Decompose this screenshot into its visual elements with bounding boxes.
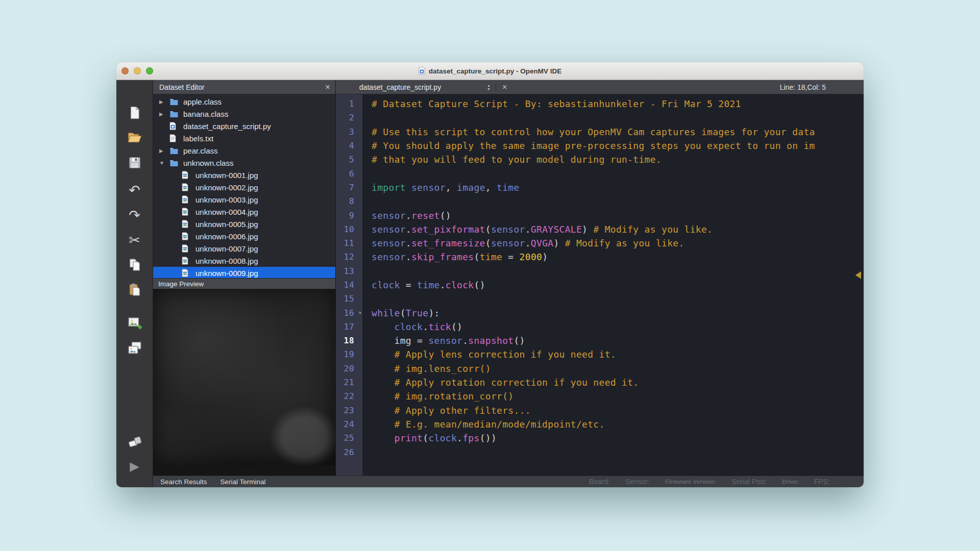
expand-arrow-icon[interactable]: ▶ bbox=[157, 111, 169, 117]
line-number: 3 bbox=[336, 127, 362, 137]
tree-item-label: unknown-0006.jpg bbox=[195, 232, 258, 241]
expand-arrow-icon[interactable]: ▶ bbox=[157, 99, 169, 105]
image-file-icon bbox=[182, 244, 192, 253]
redo-icon[interactable]: ↷ bbox=[124, 205, 146, 225]
line-number: 15 bbox=[336, 294, 362, 304]
line-number: 24 bbox=[336, 419, 362, 429]
code-text: # Dataset Capture Script - By: sebastian… bbox=[362, 98, 741, 109]
openmv-ide-window: dataset_capture_script.py - OpenMV IDE ↶… bbox=[116, 62, 864, 487]
line-number: 4 bbox=[336, 141, 362, 151]
undo-icon[interactable]: ↶ bbox=[124, 180, 146, 200]
python-file-icon bbox=[419, 67, 425, 75]
scroll-position-marker-icon bbox=[855, 271, 861, 279]
image-file-icon bbox=[182, 183, 192, 191]
code-text: # Use this script to control how your Op… bbox=[362, 127, 815, 137]
line-number: 1 bbox=[336, 99, 362, 109]
expand-arrow-icon[interactable]: ▶ bbox=[157, 148, 169, 154]
code-line-21: 21 # Apply rotation correction if you ne… bbox=[336, 375, 864, 389]
new-file-icon[interactable] bbox=[124, 103, 146, 123]
line-number: 25 bbox=[336, 433, 362, 443]
code-text: sensor.skip_frames(time = 2000) bbox=[362, 252, 548, 262]
clean-icon[interactable] bbox=[124, 431, 146, 452]
tree-item-unknown-0006-jpg[interactable]: unknown-0006.jpg bbox=[153, 230, 335, 242]
code-area[interactable]: 1# Dataset Capture Script - By: sebastia… bbox=[336, 94, 864, 475]
cut-icon[interactable]: ✂ bbox=[124, 230, 146, 250]
status-tab-serial-terminal[interactable]: Serial Terminal bbox=[220, 478, 266, 486]
image-file-icon bbox=[182, 220, 192, 228]
tree-item-unknown-class[interactable]: ▼unknown.class bbox=[153, 157, 335, 169]
line-number: 6 bbox=[336, 169, 362, 179]
code-line-2: 2 bbox=[336, 111, 864, 124]
traffic-lights bbox=[121, 62, 153, 80]
paste-icon[interactable] bbox=[124, 280, 146, 300]
image-preview bbox=[153, 289, 335, 465]
image-file-icon bbox=[182, 208, 192, 216]
expand-arrow-icon[interactable]: ▼ bbox=[157, 160, 169, 166]
tree-item-label: unknown-0008.jpg bbox=[195, 257, 258, 265]
image-preview-title: Image Preview bbox=[158, 280, 204, 288]
code-text: # that you will feed to your model durin… bbox=[362, 154, 662, 165]
fold-marker-icon[interactable]: ▾ bbox=[359, 310, 361, 315]
image-preview-area bbox=[153, 289, 335, 475]
status-field-board: Board: bbox=[589, 478, 610, 486]
code-line-25: 25 print(clock.fps()) bbox=[336, 431, 864, 445]
window-title: dataset_capture_script.py - OpenMV IDE bbox=[429, 67, 561, 75]
code-text: # Apply lens correction if you need it. bbox=[362, 349, 616, 360]
tree-item-pear-class[interactable]: ▶pear.class bbox=[153, 144, 335, 157]
dataset-editor-panel: Dataset Editor × ▶apple.class▶banana.cla… bbox=[153, 80, 336, 475]
tree-item-unknown-0004-jpg[interactable]: unknown-0004.jpg bbox=[153, 206, 335, 218]
folder-file-icon bbox=[169, 147, 180, 155]
close-tab-icon[interactable]: × bbox=[496, 83, 513, 91]
line-number: 2 bbox=[336, 113, 362, 122]
text-file-icon bbox=[169, 134, 180, 142]
status-bar: Search ResultsSerial Terminal Board:Sens… bbox=[153, 475, 864, 487]
line-number: 5 bbox=[336, 155, 362, 164]
open-folder-icon[interactable] bbox=[124, 128, 146, 148]
code-text: # img.rotation_corr() bbox=[362, 391, 513, 402]
tree-item-labels-txt[interactable]: labels.txt bbox=[153, 132, 335, 144]
minimize-window-button[interactable] bbox=[134, 67, 141, 74]
tree-item-label: unknown-0004.jpg bbox=[195, 208, 258, 216]
save-icon[interactable] bbox=[124, 153, 146, 173]
tree-item-apple-class[interactable]: ▶apple.class bbox=[153, 95, 335, 108]
run-icon[interactable]: ▶ bbox=[124, 456, 146, 477]
line-number: 7 bbox=[336, 183, 362, 192]
code-line-8: 8 bbox=[336, 194, 864, 208]
code-text: sensor.set_framesize(sensor.QVGA) # Modi… bbox=[362, 238, 684, 248]
tree-item-unknown-0005-jpg[interactable]: unknown-0005.jpg bbox=[153, 218, 335, 230]
tree-item-unknown-0003-jpg[interactable]: unknown-0003.jpg bbox=[153, 193, 335, 206]
close-icon[interactable]: × bbox=[325, 83, 330, 91]
code-text: while(True): bbox=[362, 308, 440, 318]
tab-selector-icon[interactable]: ▲▼ bbox=[482, 84, 496, 91]
image-set-icon[interactable] bbox=[124, 338, 146, 358]
code-line-4: 4# You should apply the same image pre-p… bbox=[336, 139, 864, 153]
tree-item-unknown-0002-jpg[interactable]: unknown-0002.jpg bbox=[153, 181, 335, 193]
tree-item-label: labels.txt bbox=[183, 134, 213, 143]
line-number: 17 bbox=[336, 322, 362, 332]
status-tab-search-results[interactable]: Search Results bbox=[160, 478, 207, 486]
tab-dataset-capture-script[interactable]: dataset_capture_script.py bbox=[336, 80, 463, 94]
close-window-button[interactable] bbox=[121, 67, 129, 74]
code-text: clock = time.clock() bbox=[362, 280, 485, 290]
line-col-indicator: Line: 18,Col: 5 bbox=[780, 83, 826, 91]
tree-item-banana-class[interactable]: ▶banana.class bbox=[153, 108, 335, 120]
toolbar: ↶↷✂▶ bbox=[116, 80, 153, 487]
status-field-firmware-version: Firmware Version: bbox=[665, 479, 716, 485]
add-image-icon[interactable] bbox=[124, 313, 146, 333]
code-line-20: 20 # img.lens_corr() bbox=[336, 362, 864, 375]
copy-icon[interactable] bbox=[124, 255, 146, 275]
tree-item-label: dataset_capture_script.py bbox=[183, 122, 271, 131]
line-number: 12 bbox=[336, 252, 362, 262]
tree-item-dataset_capture_script-py[interactable]: dataset_capture_script.py bbox=[153, 120, 335, 132]
tree-item-label: unknown-0005.jpg bbox=[195, 220, 258, 229]
tree-item-unknown-0008-jpg[interactable]: unknown-0008.jpg bbox=[153, 255, 335, 267]
code-text: # Apply rotation correction if you need … bbox=[362, 377, 639, 388]
tree-item-unknown-0007-jpg[interactable]: unknown-0007.jpg bbox=[153, 242, 335, 255]
code-text: sensor.set_pixformat(sensor.GRAYSCALE) #… bbox=[362, 224, 713, 235]
code-line-13: 13 bbox=[336, 264, 864, 278]
code-line-15: 15 bbox=[336, 292, 864, 306]
tree-item-unknown-0009-jpg[interactable]: unknown-0009.jpg bbox=[153, 267, 335, 278]
tree-item-unknown-0001-jpg[interactable]: unknown-0001.jpg bbox=[153, 169, 335, 181]
tab-label: dataset_capture_script.py bbox=[359, 83, 441, 91]
zoom-window-button[interactable] bbox=[146, 67, 153, 74]
